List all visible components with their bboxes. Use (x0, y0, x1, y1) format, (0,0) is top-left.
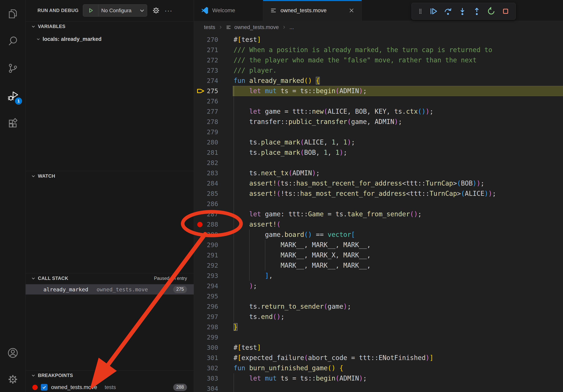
breadcrumb-item-file[interactable]: owned_tests.move (234, 24, 279, 30)
breakpoint-checkbox[interactable] (41, 384, 48, 391)
code-line[interactable]: 286 (194, 199, 563, 209)
variables-section-header[interactable]: VARIABLES (26, 22, 194, 31)
gutter[interactable]: 289 (194, 230, 232, 240)
code-line[interactable]: 298} (194, 322, 563, 332)
gutter[interactable]: 272 (194, 55, 232, 65)
restart-button[interactable] (487, 7, 496, 16)
line-number[interactable]: 299 (207, 332, 218, 342)
line-number[interactable]: 277 (207, 106, 218, 117)
line-number[interactable]: 283 (207, 168, 218, 178)
breadcrumb-item-folder[interactable]: tests (204, 24, 215, 30)
debug-settings-gear-icon[interactable] (152, 6, 160, 15)
line-number[interactable]: 275 (207, 86, 218, 96)
line-number[interactable]: 302 (207, 363, 218, 373)
gutter[interactable]: 283 (194, 168, 232, 178)
settings-gear-icon[interactable] (0, 367, 26, 391)
code-line[interactable]: 288 assert!( (194, 219, 563, 230)
code-line[interactable]: 290 MARK__, MARK__, MARK__, (194, 240, 563, 250)
gutter[interactable]: 276 (194, 96, 232, 106)
code-line[interactable]: 281 ts.place_mark(BOB, 1, 1); (194, 147, 563, 158)
gutter[interactable]: 278 (194, 117, 232, 127)
code-line[interactable]: 283 ts.next_tx(ADMIN); (194, 168, 563, 178)
code-line[interactable]: 294 ); (194, 281, 563, 291)
line-number[interactable]: 291 (207, 250, 218, 260)
code-line[interactable]: 287 let game: ttt::Game = ts.take_from_s… (194, 209, 563, 219)
line-number[interactable]: 286 (207, 199, 218, 209)
line-number[interactable]: 287 (207, 209, 218, 219)
line-number[interactable]: 284 (207, 178, 218, 188)
code-line[interactable]: 285 assert!(!ts::has_most_recent_for_add… (194, 188, 563, 199)
code-line[interactable]: 289 game.board() == vector[ (194, 230, 563, 240)
extensions-icon[interactable] (0, 112, 26, 135)
gutter[interactable]: 299 (194, 332, 232, 342)
gutter[interactable]: 301 (194, 353, 232, 363)
line-number[interactable]: 296 (207, 301, 218, 312)
code-line[interactable]: 282 (194, 158, 563, 168)
gutter[interactable]: 297 (194, 312, 232, 322)
gutter[interactable]: 273 (194, 65, 232, 76)
gutter[interactable]: 292 (194, 260, 232, 271)
line-number[interactable]: 274 (207, 76, 218, 86)
code-line[interactable]: 301#[expected_failure(abort_code = ttt::… (194, 353, 563, 363)
code-line[interactable]: 300#[test] (194, 342, 563, 353)
line-number[interactable]: 281 (207, 147, 218, 158)
call-stack-section-header[interactable]: CALL STACK Paused on entry (26, 274, 194, 283)
step-over-button[interactable] (443, 7, 452, 16)
gutter[interactable]: 294 (194, 281, 232, 291)
code-line[interactable]: 276 (194, 96, 563, 106)
gutter[interactable]: 295 (194, 291, 232, 301)
gutter[interactable]: 277 (194, 106, 232, 117)
gutter[interactable]: 279 (194, 127, 232, 137)
code-line[interactable]: 295 (194, 291, 563, 301)
gutter[interactable]: 270 (194, 35, 232, 45)
breakpoint-dot-icon[interactable] (197, 222, 203, 227)
code-line[interactable]: 299 (194, 332, 563, 342)
drag-handle-icon[interactable] (417, 7, 424, 16)
gutter[interactable]: 298 (194, 322, 232, 332)
breakpoints-section-header[interactable]: BREAKPOINTS (26, 371, 194, 380)
code-line[interactable]: 303 let mut ts = ts::begin(ADMIN); (194, 373, 563, 383)
gutter[interactable]: 285 (194, 188, 232, 199)
code-line[interactable]: 292 MARK__, MARK__, MARK__, (194, 260, 563, 271)
line-number[interactable]: 294 (207, 281, 218, 291)
gutter[interactable]: 293 (194, 271, 232, 281)
start-debug-icon[interactable] (83, 5, 98, 16)
line-number[interactable]: 303 (207, 373, 218, 383)
step-into-button[interactable] (458, 7, 467, 16)
line-number[interactable]: 276 (207, 96, 218, 106)
continue-button[interactable] (429, 7, 438, 16)
gutter[interactable]: 271 (194, 45, 232, 55)
code-line[interactable]: 274fun already_marked() { (194, 76, 563, 86)
code-line[interactable]: 277 let game = ttt::new(ALICE, BOB, KEY,… (194, 106, 563, 117)
gutter[interactable]: 275 (194, 86, 232, 96)
code-line[interactable]: 275 let mut ts = ts::begin(ADMIN); (194, 86, 563, 96)
gutter[interactable]: 302 (194, 363, 232, 373)
line-number[interactable]: 304 (207, 383, 218, 392)
code-line[interactable]: 293 ], (194, 271, 563, 281)
variables-scope-row[interactable]: locals: already_marked (26, 35, 194, 43)
line-number[interactable]: 297 (207, 312, 218, 322)
code-line[interactable]: 304 (194, 383, 563, 392)
line-number[interactable]: 301 (207, 353, 218, 363)
code-line[interactable]: 273/// player. (194, 65, 563, 76)
line-number[interactable]: 293 (207, 271, 218, 281)
line-number[interactable]: 279 (207, 127, 218, 137)
line-number[interactable]: 300 (207, 342, 218, 353)
gutter[interactable]: 296 (194, 301, 232, 312)
code-line[interactable]: 278 transfer::public_transfer(game, ADMI… (194, 117, 563, 127)
gutter[interactable]: 274 (194, 76, 232, 86)
line-number[interactable]: 271 (207, 45, 218, 55)
gutter[interactable]: 281 (194, 147, 232, 158)
run-and-debug-icon[interactable]: 1 (0, 84, 26, 108)
code-line[interactable]: 271/// When a position is already marked… (194, 45, 563, 55)
breakpoint-row[interactable]: owned_tests.move tests 288 (26, 382, 194, 392)
line-number[interactable]: 280 (207, 137, 218, 147)
source-control-icon[interactable] (0, 56, 26, 80)
line-number[interactable]: 290 (207, 240, 218, 250)
gutter[interactable]: 282 (194, 158, 232, 168)
tab-owned-tests-move[interactable]: owned_tests.move (263, 0, 362, 21)
gutter[interactable]: 290 (194, 240, 232, 250)
more-actions-icon[interactable]: ··· (165, 9, 172, 13)
gutter[interactable]: 304 (194, 383, 232, 392)
line-number[interactable]: 282 (207, 158, 218, 168)
